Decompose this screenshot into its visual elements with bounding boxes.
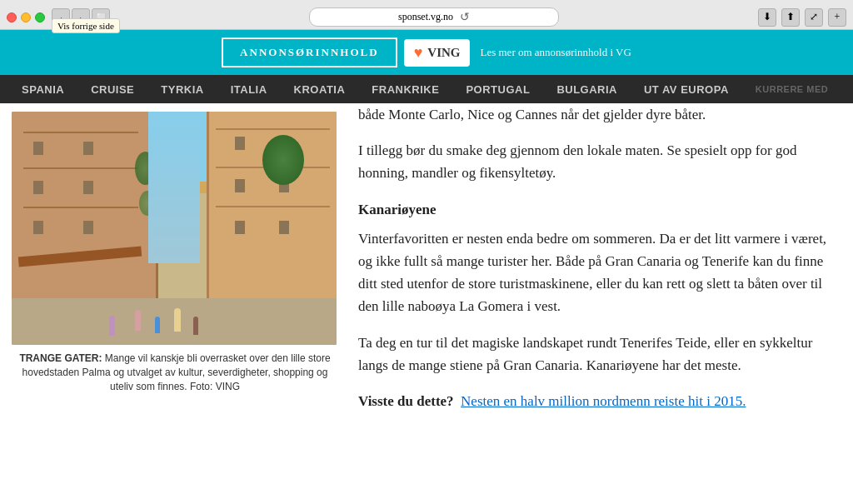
ving-logo[interactable]: ♥ VING xyxy=(404,39,471,67)
caption-bold: TRANGE GATER: xyxy=(19,352,102,364)
nav-item-kroatia[interactable]: KROATIA xyxy=(281,75,359,103)
nav-item-bulgaria[interactable]: BULGARIA xyxy=(543,75,631,103)
share-button[interactable]: ⬆ xyxy=(781,8,800,27)
right-panel: både Monte Carlo, Nice og Cannes når det… xyxy=(350,103,853,504)
url-text: sponset.vg.no xyxy=(398,11,453,23)
nav-item-overflow: kurrere med xyxy=(742,75,841,103)
nav-item-cruise[interactable]: CRUISE xyxy=(77,75,147,103)
nav-item-spania[interactable]: SPANIA xyxy=(8,75,77,103)
paragraph-3: Vinterfavoritten er nesten enda bedre om… xyxy=(358,227,836,318)
image-caption: TRANGE GATER: Mange vil kanskje bli over… xyxy=(12,352,338,393)
paragraph-4: Ta deg en tur til det magiske landskapet… xyxy=(358,332,836,377)
annonsorsinnhold-label[interactable]: ANNONSØRINNHOLD xyxy=(222,37,397,67)
address-bar[interactable]: sponset.vg.no ↺ xyxy=(309,7,559,27)
paragraph-1: både Monte Carlo, Nice og Cannes når det… xyxy=(358,103,836,126)
download-button[interactable]: ⬇ xyxy=(758,8,776,27)
nav-item-tyrkia[interactable]: TYRKIA xyxy=(147,75,217,103)
building-left xyxy=(12,112,158,310)
minimize-button[interactable] xyxy=(21,12,31,22)
visste-du-dette: Visste du dette? xyxy=(358,393,454,409)
kanarioyene-heading: Kanariøyene xyxy=(358,198,836,221)
paragraph-2: I tillegg bør du smake deg gjennom den l… xyxy=(358,139,836,184)
browser-actions: ⬇ ⬆ ⤢ + xyxy=(758,8,846,27)
nav-item-italia[interactable]: ITALIA xyxy=(217,75,281,103)
close-button[interactable] xyxy=(7,12,17,22)
traffic-lights xyxy=(7,12,45,22)
les-mer-text: Les mer om annonsørinnhold i VG xyxy=(480,46,631,59)
new-tab-button[interactable]: + xyxy=(828,8,846,27)
left-panel: TRANGE GATER: Mange vil kanskje bli over… xyxy=(0,103,350,504)
browser-content: ANNONSØRINNHOLD ♥ VING Les mer om annons… xyxy=(0,30,853,504)
ad-banner[interactable]: ANNONSØRINNHOLD ♥ VING Les mer om annons… xyxy=(0,30,853,75)
ving-heart-icon: ♥ xyxy=(414,44,423,62)
street-ground xyxy=(12,298,337,345)
ving-label: VING xyxy=(427,46,460,60)
nav-item-portugal[interactable]: PORTUGAL xyxy=(452,75,543,103)
nav-bar: SPANIA CRUISE TYRKIA ITALIA KROATIA FRAN… xyxy=(0,75,853,103)
street-scene xyxy=(12,112,337,345)
nav-item-frankrike[interactable]: FRANKRIKE xyxy=(358,75,452,103)
paragraph-5: Visste du dette? Nesten en halv million … xyxy=(358,390,836,412)
expand-button[interactable]: ⤢ xyxy=(805,8,823,27)
article-image xyxy=(12,112,337,345)
main-content: TRANGE GATER: Mange vil kanskje bli over… xyxy=(0,103,853,504)
nav-item-ut-av-europa[interactable]: UT AV EUROPA xyxy=(631,75,742,103)
browser-chrome: ‹ › ⬜ sponset.vg.no ↺ ⬇ ⬆ ⤢ + xyxy=(0,0,853,30)
maximize-button[interactable] xyxy=(35,12,45,22)
article-link[interactable]: Nesten en halv million nordmenn reiste h… xyxy=(461,393,746,409)
foliage xyxy=(262,135,304,185)
address-bar-wrapper: sponset.vg.no ↺ xyxy=(117,7,751,27)
tooltip: Vis forrige side xyxy=(52,18,120,33)
reload-button[interactable]: ↺ xyxy=(460,10,470,24)
